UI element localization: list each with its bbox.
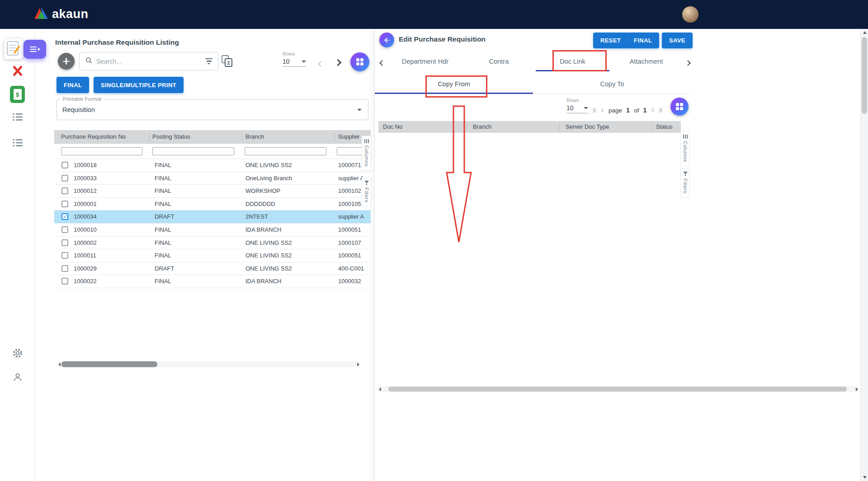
filter-input-branch[interactable] — [245, 147, 326, 155]
rows-per-page-select[interactable]: Rows 10 — [283, 51, 306, 67]
row-checkbox[interactable] — [61, 213, 68, 220]
table-row[interactable]: 1000029 DRAFT ONE LIVING SS2 400-C001 — [54, 262, 371, 276]
search-input[interactable] — [96, 58, 202, 65]
notepad-pencil-icon[interactable] — [4, 38, 24, 60]
table-row[interactable]: 1000012 FINAL WORKSHOP 1000102 — [54, 185, 371, 198]
column-header-doc-no[interactable]: Doc No — [383, 121, 402, 133]
table-row[interactable]: 1000033 FINAL OneLiving Branch supplier … — [54, 172, 371, 185]
next-page-button[interactable] — [335, 59, 340, 67]
settings-gear-icon[interactable] — [0, 348, 35, 359]
filter-icon[interactable] — [205, 58, 212, 64]
search-box — [79, 52, 218, 70]
profile-person-icon[interactable] — [0, 372, 35, 382]
prev-page-button[interactable] — [602, 109, 605, 112]
columns-icon — [364, 139, 369, 143]
tab-contra[interactable]: Contra — [462, 51, 536, 71]
sidebar-list-icon-2[interactable] — [0, 139, 35, 147]
rows-label: Rows — [283, 51, 306, 56]
row-checkbox[interactable] — [61, 239, 68, 246]
page-vertical-scrollbar[interactable] — [860, 29, 868, 481]
pr-table-header: Purchase Requisition No Posting Status B… — [54, 130, 371, 144]
single-multiple-print-button[interactable]: SINGLE/MULTIPLE PRINT — [94, 77, 184, 93]
listing-horizontal-scrollbar[interactable] — [58, 361, 360, 367]
annotation-arrow-down — [445, 104, 473, 245]
table-row[interactable]: 1000011 FINAL ONE LIVING SS2 1000051 — [54, 249, 371, 262]
table-row[interactable]: 1000018 FINAL ONE LIVING SS2 1000071 — [54, 159, 371, 172]
tab-department-hdr[interactable]: Department Hdr — [388, 51, 462, 71]
listing-columns-side-tab[interactable]: Columns — [362, 135, 371, 171]
cell-branch: ONE LIVING SS2 — [245, 237, 292, 250]
printable-format-select[interactable]: Printable Format Requisition — [57, 99, 368, 120]
next-page-button[interactable] — [651, 109, 654, 112]
listing-filters-side-tab[interactable]: Filters — [362, 177, 371, 207]
sidebar-list-icon-1[interactable] — [0, 113, 35, 121]
scroll-left-arrow[interactable] — [379, 388, 381, 391]
row-checkbox[interactable] — [61, 278, 68, 285]
column-header-server-doc-type[interactable]: Server Doc Type — [566, 121, 609, 133]
sidebar-billing-icon[interactable] — [0, 86, 35, 103]
pr-table-filter-row — [54, 144, 371, 159]
filter-input-posting-status[interactable] — [152, 147, 234, 155]
doc-link-subtab-bar: Copy From Copy To — [375, 74, 691, 94]
scroll-right-arrow[interactable] — [856, 388, 858, 391]
scrollbar-thumb[interactable] — [61, 361, 157, 367]
editor-pagination: page 1 of 1 — [593, 105, 662, 116]
scroll-left-arrow[interactable] — [58, 363, 61, 366]
table-row[interactable]: 1000002 FINAL ONE LIVING SS2 1000107 — [54, 237, 371, 250]
cell-pr-no: 1000018 — [74, 159, 97, 172]
table-row[interactable]: 1000010 FINAL IDA BRANCH 1000051 — [54, 224, 371, 237]
editor-rows-per-page-select[interactable]: Rows 10 — [566, 98, 588, 113]
reset-button[interactable]: RESET — [593, 33, 628, 48]
akaun-logo[interactable]: akaun — [34, 7, 89, 21]
tabs-scroll-right-icon[interactable] — [686, 59, 690, 67]
scrollbar-thumb[interactable] — [862, 37, 867, 114]
row-checkbox[interactable] — [61, 162, 68, 168]
subtab-copy-to[interactable]: Copy To — [533, 74, 691, 93]
app-root: akaun — [0, 0, 868, 481]
prev-page-button[interactable] — [319, 60, 323, 68]
column-header-branch[interactable]: Branch — [473, 121, 491, 133]
pr-table-body: 1000018 FINAL ONE LIVING SS2 1000071 100… — [54, 159, 371, 288]
columns-icon — [683, 135, 688, 139]
column-header-pr-no[interactable]: Purchase Requisition No — [61, 130, 126, 144]
save-button[interactable]: SAVE — [662, 33, 693, 48]
first-page-button[interactable] — [593, 108, 598, 113]
scrollbar-thumb[interactable] — [388, 387, 847, 392]
last-page-button[interactable] — [658, 108, 662, 113]
final-filter-button[interactable]: FINAL — [57, 77, 89, 93]
table-row[interactable]: 1000022 FINAL IDA BRANCH 1000032 — [54, 275, 371, 288]
scroll-up-arrow[interactable] — [863, 31, 867, 34]
grid-view-button[interactable] — [670, 98, 689, 116]
printable-format-label: Printable Format — [61, 96, 104, 102]
row-checkbox[interactable] — [61, 265, 68, 272]
editor-filters-side-tab[interactable]: Filters — [680, 168, 690, 198]
user-avatar[interactable] — [682, 6, 699, 23]
column-header-branch[interactable]: Branch — [245, 130, 264, 144]
final-button[interactable]: FINAL — [627, 33, 659, 48]
editor-columns-side-tab[interactable]: Columns — [680, 131, 690, 167]
row-checkbox[interactable] — [61, 187, 68, 194]
tabs-scroll-left-icon[interactable] — [380, 59, 384, 67]
row-checkbox[interactable] — [61, 175, 68, 182]
scroll-down-arrow[interactable] — [863, 476, 867, 479]
table-row[interactable]: 1000034 DRAFT 2NTEST supplier A — [54, 210, 371, 224]
add-button[interactable] — [58, 53, 75, 70]
chevron-down-icon — [584, 107, 588, 109]
duplicate-view-icon[interactable]: 2 — [222, 55, 232, 67]
column-header-status[interactable]: Status — [656, 121, 673, 133]
scroll-right-arrow[interactable] — [357, 363, 359, 366]
sidebar-toggle-button[interactable] — [24, 40, 46, 59]
column-header-supplier[interactable]: Supplier — [338, 130, 360, 144]
filter-input-pr-no[interactable] — [61, 147, 142, 155]
tab-attachment[interactable]: Attachment — [609, 51, 683, 71]
back-arrow-icon — [383, 37, 391, 44]
back-button[interactable] — [379, 33, 394, 47]
sidebar-red-app-icon[interactable] — [0, 65, 35, 77]
column-header-posting-status[interactable]: Posting Status — [152, 130, 190, 144]
table-row[interactable]: 1000001 FINAL DDDDDDD 1000105 — [54, 198, 371, 211]
row-checkbox[interactable] — [61, 252, 68, 259]
row-checkbox[interactable] — [61, 201, 68, 207]
row-checkbox[interactable] — [61, 226, 68, 233]
editor-horizontal-scrollbar[interactable] — [378, 386, 859, 392]
grid-view-button[interactable] — [350, 52, 369, 71]
